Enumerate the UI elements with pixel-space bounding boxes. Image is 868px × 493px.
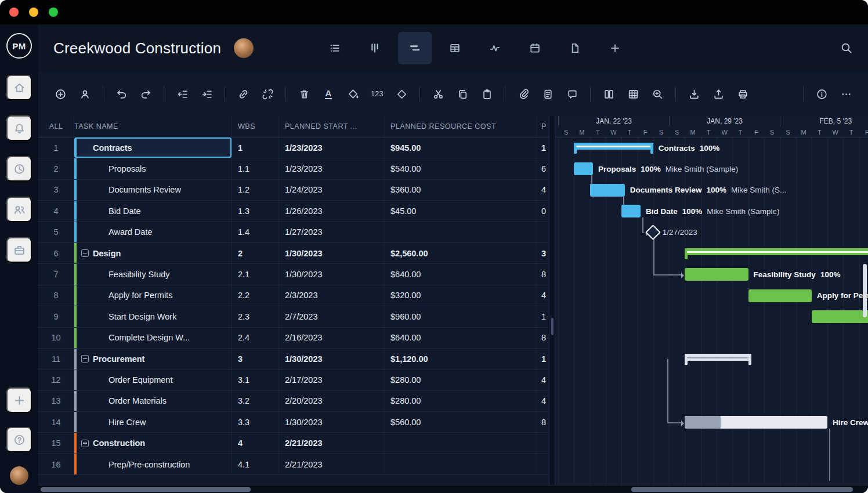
task-bar[interactable] xyxy=(748,289,812,302)
sidebar-team-button[interactable] xyxy=(6,197,32,222)
summary-bar[interactable] xyxy=(685,354,751,361)
planned-cost-cell[interactable]: $945.00 xyxy=(385,137,537,158)
planned-effort-cell[interactable]: 8 xyxy=(537,328,549,348)
planned-effort-cell[interactable]: 3 xyxy=(537,243,549,263)
planned-start-cell[interactable]: 2/7/2023 xyxy=(279,306,385,327)
planned-start-cell[interactable]: 2/16/2023 xyxy=(279,328,385,348)
row-number[interactable]: 13 xyxy=(38,391,74,411)
planned-cost-cell[interactable]: $640.00 xyxy=(385,264,537,284)
row-number[interactable]: 12 xyxy=(38,369,74,390)
tab-activity-view[interactable] xyxy=(478,32,512,64)
planned-start-cell[interactable]: 1/27/2023 xyxy=(279,222,385,242)
search-button[interactable] xyxy=(838,39,855,57)
planned-start-cell[interactable]: 1/30/2023 xyxy=(279,264,385,284)
task-name-cell[interactable]: Procurement xyxy=(74,349,232,369)
project-avatar[interactable] xyxy=(234,38,254,58)
wbs-cell[interactable]: 1.2 xyxy=(232,180,279,200)
notes-button[interactable] xyxy=(537,84,558,104)
table-row[interactable]: 15Construction42/21/2023 xyxy=(38,433,549,454)
row-number[interactable]: 2 xyxy=(38,158,74,179)
milestone-button[interactable] xyxy=(391,84,412,104)
task-name-cell[interactable]: Proposals xyxy=(74,158,232,179)
wbs-cell[interactable]: 4.1 xyxy=(232,454,279,474)
planned-start-cell[interactable]: 1/30/2023 xyxy=(279,349,385,369)
delete-button[interactable] xyxy=(294,84,314,104)
planned-start-cell[interactable]: 1/30/2023 xyxy=(279,243,385,263)
wbs-cell[interactable]: 2 xyxy=(232,243,279,263)
fill-color-button[interactable] xyxy=(342,84,363,104)
planned-effort-cell[interactable] xyxy=(537,433,549,453)
table-row[interactable]: 12Order Equipment3.12/17/2023$280.004 xyxy=(38,369,549,390)
table-row[interactable]: 9Start Design Work2.32/7/2023$960.001 xyxy=(38,306,549,327)
sidebar-home-button[interactable] xyxy=(6,75,32,100)
planned-cost-cell[interactable] xyxy=(385,433,537,453)
paste-button[interactable] xyxy=(476,84,497,104)
info-button[interactable] xyxy=(811,84,832,104)
tab-board-view[interactable] xyxy=(358,32,392,64)
row-number[interactable]: 14 xyxy=(38,412,74,432)
planned-cost-cell[interactable]: $560.00 xyxy=(385,412,537,432)
planned-cost-cell[interactable]: $540.00 xyxy=(385,158,537,179)
cut-button[interactable] xyxy=(428,84,449,104)
planned-effort-cell[interactable] xyxy=(537,222,549,242)
wbs-cell[interactable]: 2.2 xyxy=(232,285,279,306)
app-logo[interactable]: PM xyxy=(6,33,32,59)
summary-bar[interactable] xyxy=(574,143,653,150)
planned-effort-cell[interactable]: 0 xyxy=(537,201,549,221)
task-name-cell[interactable]: Start Design Work xyxy=(74,306,232,327)
copy-button[interactable] xyxy=(452,84,473,104)
collapse-toggle[interactable] xyxy=(81,355,89,362)
task-bar[interactable] xyxy=(621,205,641,217)
baseline-button[interactable] xyxy=(598,84,619,104)
wbs-cell[interactable]: 2.4 xyxy=(232,328,279,348)
planned-cost-cell[interactable]: $360.00 xyxy=(385,180,537,200)
more-button[interactable] xyxy=(836,84,856,104)
planned-cost-cell[interactable]: $960.00 xyxy=(385,306,537,327)
table-row[interactable]: 11Procurement31/30/2023$1,120.001 xyxy=(38,349,549,369)
wbs-cell[interactable]: 2.1 xyxy=(232,264,279,284)
undo-button[interactable] xyxy=(111,84,132,104)
table-row[interactable]: 1Contracts11/23/2023$945.001 xyxy=(38,137,549,158)
task-name-cell[interactable]: Hire Crew xyxy=(74,412,232,432)
task-name-cell[interactable]: Prep/Pre-construction xyxy=(74,454,232,474)
column-header-cost[interactable]: PLANNED RESOURCE COST xyxy=(385,116,537,137)
sidebar-notifications-button[interactable] xyxy=(6,115,32,141)
table-row[interactable]: 5Award Date1.41/27/2023 xyxy=(38,222,549,243)
summary-bar[interactable] xyxy=(685,248,868,255)
table-row[interactable]: 6Design21/30/2023$2,560.003 xyxy=(38,243,549,264)
planned-cost-cell[interactable]: $45.00 xyxy=(385,201,537,221)
column-header-p[interactable]: P xyxy=(537,116,549,137)
column-header-wbs[interactable]: WBS xyxy=(232,116,279,137)
user-avatar[interactable] xyxy=(10,466,28,485)
planned-start-cell[interactable]: 1/26/2023 xyxy=(279,201,385,221)
table-row[interactable]: 13Order Materials3.22/20/2023$280.004 xyxy=(38,391,549,412)
task-bar[interactable] xyxy=(685,416,827,429)
row-number[interactable]: 15 xyxy=(38,433,74,453)
number-format-button[interactable]: 123 xyxy=(367,84,388,104)
task-name-cell[interactable]: Construction xyxy=(74,433,232,453)
wbs-cell[interactable]: 3.1 xyxy=(232,369,279,390)
planned-start-cell[interactable]: 2/20/2023 xyxy=(279,391,385,411)
outdent-button[interactable] xyxy=(172,84,193,104)
task-bar[interactable] xyxy=(590,184,625,197)
gantt-vertical-scrollbar[interactable] xyxy=(863,264,867,317)
grid-view-button[interactable] xyxy=(623,84,643,104)
row-number[interactable]: 8 xyxy=(38,285,74,306)
planned-start-cell[interactable]: 1/24/2023 xyxy=(279,180,385,200)
planned-cost-cell[interactable]: $280.00 xyxy=(385,369,537,390)
tab-document-view[interactable] xyxy=(558,32,592,64)
task-name-cell[interactable]: Design xyxy=(74,243,232,263)
planned-effort-cell[interactable]: 1 xyxy=(537,349,549,369)
gantt-scroll-handle[interactable] xyxy=(631,487,853,492)
planned-start-cell[interactable]: 1/23/2023 xyxy=(279,137,385,158)
row-number[interactable]: 1 xyxy=(38,137,74,158)
planned-start-cell[interactable]: 2/21/2023 xyxy=(279,433,385,453)
minimize-button[interactable] xyxy=(29,8,38,17)
column-header-num[interactable]: ALL xyxy=(38,116,74,137)
zoom-button[interactable] xyxy=(49,8,58,17)
export-button[interactable] xyxy=(708,84,729,104)
print-button[interactable] xyxy=(732,84,753,104)
wbs-cell[interactable]: 1.3 xyxy=(232,201,279,221)
planned-effort-cell[interactable]: 4 xyxy=(537,369,549,390)
table-row[interactable]: 14Hire Crew3.31/30/2023$560.008 xyxy=(38,412,549,433)
